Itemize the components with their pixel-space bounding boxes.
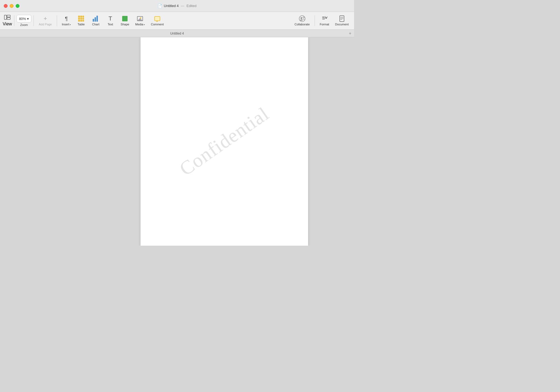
document-page[interactable]: Confidential: [141, 37, 308, 246]
table-label: Table: [78, 23, 85, 26]
svg-point-3: [299, 16, 305, 22]
svg-point-5: [303, 17, 304, 18]
comment-label: Comment: [151, 23, 164, 26]
zoom-value: 80%: [19, 17, 26, 21]
window-title: 📄 Untitled 4 — Edited: [158, 4, 196, 8]
table-button[interactable]: Table: [74, 14, 88, 28]
document-label: Document: [335, 23, 349, 26]
zoom-label: Zoom: [20, 23, 28, 26]
zoom-arrow: ▾: [27, 17, 29, 21]
insert-label: Insert: [62, 23, 69, 26]
page-title-bar: Untitled 4 +: [0, 30, 354, 37]
format-button[interactable]: Format: [317, 14, 332, 28]
comment-icon: [154, 15, 160, 22]
comment-button[interactable]: Comment: [148, 14, 166, 28]
media-icon: [137, 15, 143, 22]
maximize-button[interactable]: [16, 4, 19, 8]
format-icon: [321, 15, 327, 22]
document-button[interactable]: Document: [332, 14, 351, 28]
page-container[interactable]: Confidential: [95, 37, 354, 246]
collaborate-button[interactable]: Collaborate: [292, 14, 312, 28]
page-title: Untitled 4: [170, 32, 184, 35]
view-button[interactable]: View: [3, 15, 12, 26]
collaborate-label: Collaborate: [295, 23, 310, 26]
format-svg: [321, 16, 327, 22]
text-button[interactable]: T Text: [103, 14, 117, 28]
watermark: Confidential: [175, 103, 273, 180]
zoom-area: 80% ▾ Zoom: [16, 15, 31, 26]
collaborate-svg: [299, 15, 306, 22]
insert-button[interactable]: ¶ Insert ▾: [59, 14, 74, 28]
document-icon: [339, 15, 345, 22]
media-arrow: ▾: [144, 23, 145, 26]
edit-status: Edited: [186, 4, 196, 8]
view-icon: [4, 15, 11, 21]
traffic-lights: [4, 4, 19, 8]
chart-button[interactable]: Chart: [89, 14, 103, 28]
media-button[interactable]: Media ▾: [132, 14, 148, 28]
chart-icon: [93, 15, 99, 22]
svg-rect-10: [340, 16, 344, 22]
separator-right: [315, 15, 315, 26]
minimize-button[interactable]: [10, 4, 14, 8]
zoom-button[interactable]: 80% ▾: [16, 15, 31, 22]
document-title: Untitled 4: [164, 4, 179, 8]
shape-icon: [122, 15, 128, 22]
app-icon: 📄: [158, 4, 162, 8]
add-page-button[interactable]: + Add Page: [36, 14, 54, 28]
shape-square-icon: [122, 16, 128, 21]
view-label: View: [3, 22, 12, 26]
svg-rect-2: [7, 18, 10, 19]
document-svg: [339, 15, 345, 22]
table-grid-icon: [78, 16, 84, 22]
format-label: Format: [320, 23, 329, 26]
main-area: Confidential: [0, 37, 354, 246]
toolbar-right: Collaborate Format: [292, 14, 351, 28]
shape-button[interactable]: Shape: [118, 14, 132, 28]
title-bar: 📄 Untitled 4 — Edited: [0, 0, 354, 12]
insert-arrow: ▾: [70, 23, 71, 26]
paragraph-icon: ¶: [65, 16, 68, 21]
separator-1: [14, 15, 14, 26]
chart-label: Chart: [92, 23, 99, 26]
svg-rect-1: [7, 15, 10, 17]
media-label: Media: [135, 23, 143, 26]
collaborate-icon: [299, 15, 306, 22]
text-T-icon: T: [109, 16, 112, 22]
text-label: Text: [108, 23, 113, 26]
close-button[interactable]: [4, 4, 8, 8]
view-svg: [4, 15, 11, 20]
title-separator: —: [181, 4, 184, 8]
separator-3: [57, 15, 57, 26]
text-icon: T: [109, 15, 112, 22]
toolbar: View 80% ▾ Zoom + Add Page ¶ Insert ▾: [0, 12, 354, 30]
comment-bubble-icon: [154, 16, 160, 21]
insert-icon: ¶: [65, 15, 68, 22]
chart-bars-icon: [93, 16, 99, 22]
media-image-icon: [137, 16, 143, 21]
sidebar-left: [0, 37, 95, 246]
add-page-label: Add Page: [39, 23, 52, 26]
add-page-plus-button[interactable]: +: [349, 31, 351, 36]
svg-point-4: [301, 17, 302, 19]
svg-rect-0: [4, 15, 6, 19]
shape-label: Shape: [121, 23, 129, 26]
separator-2: [34, 15, 34, 26]
add-page-icon: +: [44, 15, 47, 22]
table-icon: [78, 15, 84, 22]
